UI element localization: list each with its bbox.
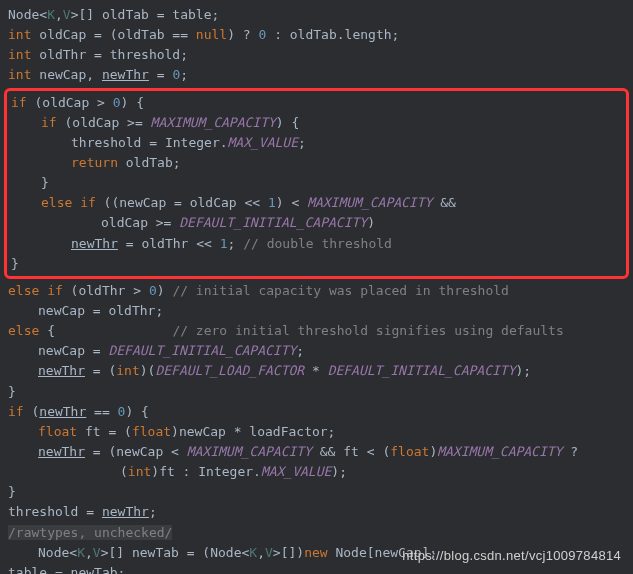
code-line: if (newThr == 0) { xyxy=(8,402,625,422)
code-line: newCap = DEFAULT_INITIAL_CAPACITY; xyxy=(8,341,625,361)
code-line: /rawtypes, unchecked/ xyxy=(8,523,625,543)
code-line: newThr = (newCap < MAXIMUM_CAPACITY && f… xyxy=(8,442,625,462)
code-line: else { // zero initial threshold signifi… xyxy=(8,321,625,341)
code-line: } xyxy=(8,382,625,402)
code-line: else if ((newCap = oldCap << 1) < MAXIMU… xyxy=(11,193,622,213)
watermark: https://blog.csdn.net/vcj1009784814 xyxy=(402,546,621,566)
code-line: threshold = Integer.MAX_VALUE; xyxy=(11,133,622,153)
code-line: } xyxy=(8,482,625,502)
code-line: int oldCap = (oldTab == null) ? 0 : oldT… xyxy=(8,25,625,45)
code-line: int oldThr = threshold; xyxy=(8,45,625,65)
code-line: Node<K,V>[] oldTab = table; xyxy=(8,5,625,25)
code-line: if (oldCap >= MAXIMUM_CAPACITY) { xyxy=(11,113,622,133)
code-line: threshold = newThr; xyxy=(8,502,625,522)
code-editor[interactable]: Node<K,V>[] oldTab = table; int oldCap =… xyxy=(8,5,625,574)
code-line: newThr = (int)(DEFAULT_LOAD_FACTOR * DEF… xyxy=(8,361,625,381)
code-line: } xyxy=(11,173,622,193)
code-line: float ft = (float)newCap * loadFactor; xyxy=(8,422,625,442)
code-line: newCap = oldThr; xyxy=(8,301,625,321)
code-line: } xyxy=(11,254,622,274)
code-line: if (oldCap > 0) { xyxy=(11,93,622,113)
code-line: newThr = oldThr << 1; // double threshol… xyxy=(11,234,622,254)
code-line: return oldTab; xyxy=(11,153,622,173)
code-line: (int)ft : Integer.MAX_VALUE); xyxy=(8,462,625,482)
code-line: else if (oldThr > 0) // initial capacity… xyxy=(8,281,625,301)
code-line: oldCap >= DEFAULT_INITIAL_CAPACITY) xyxy=(11,213,622,233)
highlight-box: if (oldCap > 0) { if (oldCap >= MAXIMUM_… xyxy=(4,88,629,279)
code-line: int newCap, newThr = 0; xyxy=(8,65,625,85)
